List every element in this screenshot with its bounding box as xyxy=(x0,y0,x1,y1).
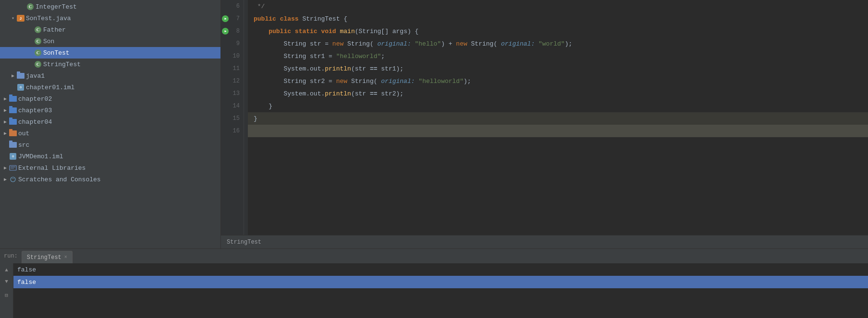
line-number: 12 xyxy=(233,78,240,84)
code-line-16 xyxy=(248,125,868,137)
keyword-public: public xyxy=(269,28,291,35)
expand-arrow: ▶ xyxy=(2,130,9,136)
console-line-2[interactable]: false xyxy=(13,276,868,288)
sidebar-item-src[interactable]: src xyxy=(0,139,220,151)
keyword-class: class xyxy=(280,15,299,23)
classname-stringtest: StringTest xyxy=(302,15,340,23)
console-text: false xyxy=(17,266,36,273)
folder-icon-ch04 xyxy=(9,118,17,126)
gutter-line-11: 11 xyxy=(221,62,244,75)
line-number: 9 xyxy=(236,40,240,47)
run-button-7[interactable] xyxy=(222,15,229,22)
code-line-6: */ xyxy=(248,0,868,12)
gutter-line-9: 9 xyxy=(221,37,244,50)
line-number: 16 xyxy=(233,128,240,134)
code-line-10: String str1 = "helloworld"; xyxy=(248,50,868,62)
class-icon: C xyxy=(26,2,35,11)
gutter-line-8: 8 xyxy=(221,25,244,37)
line-number-gutter: 6 7 8 9 10 11 12 13 14 15 16 xyxy=(221,0,244,235)
keyword-static: static xyxy=(295,28,318,35)
iml-icon: ⚙ xyxy=(16,83,25,92)
sidebar-item-label: IntegerTest xyxy=(36,3,77,11)
sidebar-item-out[interactable]: ▶ out xyxy=(0,128,220,139)
sidebar-item-label: chapter03 xyxy=(18,107,52,114)
gutter-line-13: 13 xyxy=(221,87,244,100)
svg-rect-2 xyxy=(11,168,14,169)
sidebar-item-java1[interactable]: ▶ java1 xyxy=(0,70,220,82)
sidebar-item-sontest-java[interactable]: ▾ J SonTest.java xyxy=(0,12,220,24)
code-line-11: System.out.println(str == str1); xyxy=(248,62,868,75)
keyword-void: void xyxy=(321,28,336,35)
sidebar-item-father[interactable]: C Father xyxy=(0,24,220,35)
class-icon-son: C xyxy=(34,37,42,46)
expand-arrow: ▶ xyxy=(2,177,9,182)
expand-arrow: ▶ xyxy=(2,119,9,125)
folder-icon-src xyxy=(9,141,17,149)
code-line-7: public class StringTest { xyxy=(248,12,868,25)
scroll-down-button[interactable]: ▼ xyxy=(2,277,12,286)
breadcrumb-text: StringTest xyxy=(227,239,261,246)
sidebar[interactable]: C IntegerTest ▾ J SonTest.java C Father … xyxy=(0,0,221,248)
sidebar-item-stringtest[interactable]: C StringTest xyxy=(0,59,220,70)
method-main: main xyxy=(340,28,355,35)
comment-token: */ xyxy=(254,3,265,10)
scratch-icon xyxy=(9,175,17,184)
gutter-line-14: 14 xyxy=(221,100,244,112)
sidebar-item-label: src xyxy=(18,141,29,149)
line-number: 11 xyxy=(233,65,240,72)
code-content[interactable]: */ public class StringTest { public stat… xyxy=(248,0,868,235)
class-icon-sontest: C xyxy=(34,48,42,57)
sidebar-item-son[interactable]: C Son xyxy=(0,35,220,47)
sidebar-item-label: chapter01.iml xyxy=(26,84,74,91)
sidebar-item-label: java1 xyxy=(26,72,45,80)
ext-libs-icon xyxy=(9,164,17,172)
gutter-line-7: 7 xyxy=(221,12,244,25)
main-area: C IntegerTest ▾ J SonTest.java C Father … xyxy=(0,0,868,248)
expand-arrow: ▾ xyxy=(10,15,16,21)
bottom-panel: run: StringTest × ▲ ▼ ⊟ false false xyxy=(0,248,868,318)
class-icon-stringtest: C xyxy=(34,60,42,69)
sidebar-item-label: SonTest.java xyxy=(26,15,71,22)
line-number: 7 xyxy=(236,15,240,22)
sidebar-item-integertest[interactable]: C IntegerTest xyxy=(0,1,220,12)
folder-icon-java1 xyxy=(16,71,25,80)
sidebar-item-label: out xyxy=(18,130,29,137)
run-button-8[interactable] xyxy=(222,28,229,35)
sidebar-item-jvmdemo-iml[interactable]: ⚙ JVMDemo1.iml xyxy=(0,151,220,162)
sidebar-item-label: Father xyxy=(43,26,66,34)
gutter-line-10: 10 xyxy=(221,50,244,62)
code-line-15: } xyxy=(248,112,868,125)
code-line-8: public static void main(String[] args) { xyxy=(248,25,868,37)
line-number: 15 xyxy=(233,115,240,122)
tab-close-button[interactable]: × xyxy=(64,255,67,260)
bottom-row: ▲ ▼ ⊟ false false xyxy=(0,263,868,318)
sidebar-item-chapter01-iml[interactable]: ⚙ chapter01.iml xyxy=(0,82,220,93)
sidebar-item-scratches[interactable]: ▶ Scratches and Consoles xyxy=(0,174,220,185)
gutter-line-15: 15 xyxy=(221,112,244,125)
console-line-1: false xyxy=(13,263,868,276)
bottom-header: run: StringTest × xyxy=(0,249,868,263)
line-number: 8 xyxy=(236,28,240,35)
line-number: 14 xyxy=(233,103,240,109)
sidebar-item-label: StringTest xyxy=(43,61,81,68)
sidebar-item-external-libs[interactable]: ▶ External Libraries xyxy=(0,162,220,174)
folder-icon-ch02 xyxy=(9,94,17,103)
gutter-line-16: 16 xyxy=(221,125,244,137)
type-string: String xyxy=(359,28,381,35)
sidebar-item-sontest[interactable]: C SonTest xyxy=(0,47,220,59)
expand-arrow: ▶ xyxy=(2,96,9,102)
code-line-12: String str2 = new String( original: "hel… xyxy=(248,75,868,87)
line-number: 13 xyxy=(233,90,240,97)
folder-icon-ch03 xyxy=(9,106,17,115)
param-args: args xyxy=(392,28,407,35)
scroll-up-button[interactable]: ▲ xyxy=(2,265,12,275)
bottom-tab-stringtest[interactable]: StringTest × xyxy=(22,251,73,263)
sidebar-item-chapter04[interactable]: ▶ chapter04 xyxy=(0,116,220,128)
scroll-end-button[interactable]: ⊟ xyxy=(2,290,12,300)
tab-label: StringTest xyxy=(27,254,61,261)
sidebar-item-chapter02[interactable]: ▶ chapter02 xyxy=(0,93,220,105)
folder-icon-out xyxy=(9,129,17,138)
expand-arrow: ▶ xyxy=(2,165,9,171)
code-line-13: System.out.println(str == str2); xyxy=(248,87,868,100)
sidebar-item-chapter03[interactable]: ▶ chapter03 xyxy=(0,105,220,116)
